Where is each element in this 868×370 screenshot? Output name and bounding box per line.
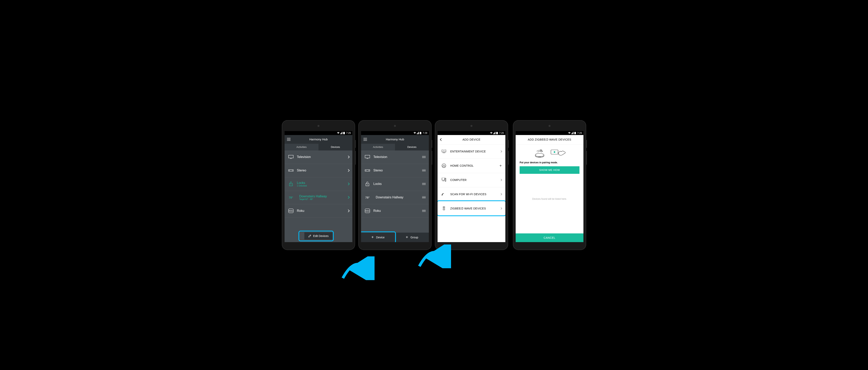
plus-icon: + (371, 235, 374, 239)
svg-rect-13 (365, 155, 370, 158)
chevron-right-icon (347, 169, 349, 172)
device-row-stereo[interactable]: Stereo (285, 164, 352, 177)
device-row-television[interactable]: Television (285, 150, 352, 164)
tab-bar: Activities Devices (361, 144, 429, 150)
wifi-icon (337, 132, 340, 134)
svg-rect-28 (442, 178, 445, 180)
pairing-instruction: Put your devices in pairing mode. (520, 161, 580, 164)
chevron-right-icon (347, 209, 349, 212)
hub-icon (533, 148, 547, 158)
page-title: Harmony Hub (290, 138, 346, 141)
svg-point-8 (291, 184, 291, 185)
category-wifi-scan[interactable]: SCAN FOR WI-FI DEVICES (438, 187, 505, 202)
home-icon (441, 163, 447, 168)
status-time: 7:29 (423, 132, 427, 134)
wifi-icon (490, 132, 493, 134)
signal-icon (493, 132, 496, 134)
battery-icon (343, 132, 345, 134)
menu-icon[interactable] (287, 138, 290, 141)
show-me-how-button[interactable]: SHOW ME HOW (520, 166, 580, 174)
tv-icon (364, 155, 371, 159)
device-row-stereo[interactable]: Stereo (361, 164, 429, 177)
signal-icon (417, 132, 419, 134)
device-label: Stereo (373, 169, 422, 172)
pairing-illustration (520, 147, 580, 159)
entertainment-icon: HD (441, 150, 447, 153)
device-label: Locks (373, 182, 422, 186)
device-temp: 78° (364, 196, 371, 199)
device-label: Locks (297, 181, 347, 185)
device-row-locks[interactable]: Locks (361, 177, 429, 191)
device-label: Downstairs Hallway (299, 195, 347, 198)
svg-point-39 (535, 154, 544, 157)
device-temp: 78° (288, 196, 294, 199)
svg-rect-0 (343, 132, 345, 134)
chevron-right-icon (500, 179, 502, 181)
wifi-scan-icon (441, 193, 447, 196)
chevron-right-icon (500, 193, 502, 195)
chevron-right-icon (347, 156, 349, 158)
tab-devices[interactable]: Devices (318, 144, 352, 150)
device-label: Roku (297, 209, 347, 213)
svg-text:ROKU: ROKU (289, 210, 293, 212)
wifi-icon (568, 132, 571, 134)
device-row-roku[interactable]: ROKU Roku (361, 204, 429, 218)
category-label: COMPUTER (450, 178, 500, 182)
category-zigbee-zwave[interactable]: ZIGBEE/Z-WAVE DEVICES (438, 202, 505, 216)
tab-activities[interactable]: Activities (361, 144, 395, 150)
device-row-roku[interactable]: ROKU Roku (285, 204, 352, 218)
svg-point-31 (442, 195, 442, 196)
category-home-control[interactable]: HOME CONTROL + (438, 159, 505, 173)
category-label: ZIGBEE/Z-WAVE DEVICES (450, 207, 500, 210)
tv-icon (288, 155, 294, 159)
svg-point-16 (366, 170, 366, 171)
tab-devices[interactable]: Devices (395, 144, 429, 150)
status-bar: 7:29 (361, 131, 429, 135)
reorder-icon[interactable] (422, 169, 426, 172)
svg-rect-29 (445, 178, 446, 181)
add-group-button[interactable]: + Group (395, 233, 429, 242)
plus-icon: + (499, 164, 502, 168)
roku-icon: ROKU (364, 209, 371, 213)
category-computer[interactable]: COMPUTER (438, 173, 505, 187)
svg-rect-2 (288, 155, 293, 158)
edit-devices-label: Edit Devices (313, 234, 329, 238)
signal-icon (571, 132, 574, 134)
category-label: HOME CONTROL (450, 164, 499, 167)
device-label: Downstairs Hallway (376, 196, 422, 199)
phone-3: 7:29 ADD DEVICE HD ENTERTAINMENT DEVICE … (435, 120, 508, 250)
menu-icon[interactable] (364, 138, 367, 141)
device-sublabel: 1 Unlocked (297, 185, 347, 187)
add-device-label: Device (376, 236, 385, 239)
tab-activities[interactable]: Activities (285, 144, 318, 150)
device-row-thermostat[interactable]: 78° Downstairs Hallway Target 62° - 86° (285, 191, 352, 204)
status-bar: 7:29 (516, 131, 583, 135)
svg-point-5 (289, 170, 290, 171)
device-label: Roku (373, 209, 422, 213)
reorder-icon[interactable] (422, 210, 426, 212)
app-header: ADD DEVICE (438, 135, 505, 144)
category-entertainment[interactable]: HD ENTERTAINMENT DEVICE (438, 144, 505, 159)
device-row-thermostat[interactable]: 78° Downstairs Hallway (361, 191, 429, 204)
phone-1: 7:29 Harmony Hub Activities Devices Tele… (282, 120, 355, 250)
reorder-icon[interactable] (422, 196, 426, 199)
zigbee-icon (441, 206, 447, 211)
cancel-button[interactable]: CANCEL (516, 233, 583, 242)
tab-bar: Activities Devices (285, 144, 352, 150)
svg-point-6 (292, 170, 293, 171)
device-row-locks[interactable]: Locks 1 Unlocked (285, 177, 352, 191)
battery-icon (420, 132, 421, 134)
add-device-button[interactable]: + Device (361, 233, 395, 242)
page-title: ADD ZIGBEE/Z-WAVE DEVICES (519, 138, 581, 141)
device-row-television[interactable]: Television (361, 150, 429, 164)
battery-icon (574, 132, 576, 134)
chevron-right-icon (347, 196, 349, 199)
hand-press-icon (551, 148, 566, 158)
reorder-icon[interactable] (422, 183, 426, 185)
edit-devices-button[interactable]: Edit Devices (304, 232, 333, 240)
svg-point-27 (442, 164, 446, 168)
page-title: Harmony Hub (367, 138, 423, 141)
reorder-icon[interactable] (422, 156, 426, 158)
computer-icon (441, 178, 447, 182)
device-label: Stereo (297, 169, 347, 172)
